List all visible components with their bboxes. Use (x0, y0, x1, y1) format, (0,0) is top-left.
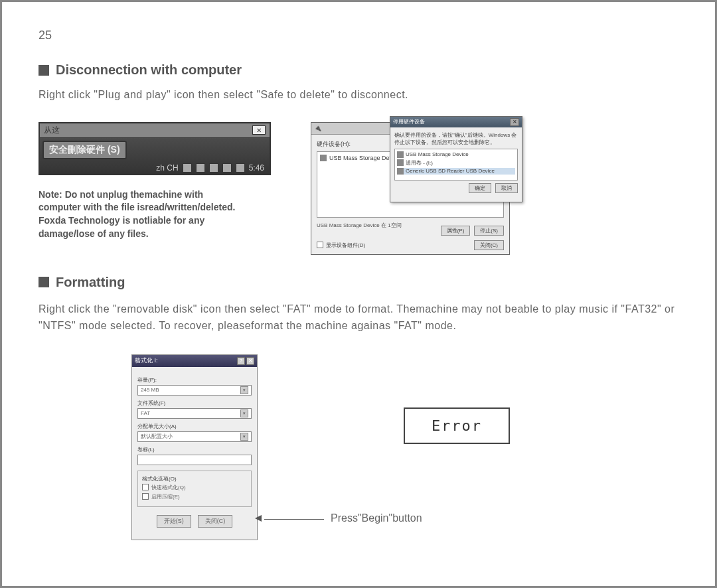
checkbox-label: 启用压缩(E) (151, 493, 180, 500)
begin-button[interactable]: 开始(S) (157, 515, 191, 528)
checkbox-icon[interactable] (317, 242, 323, 248)
figure-safe-remove-dialog: 🔌 ✕ 硬件设备(H): USB Mass Storage Device USB… (311, 122, 510, 255)
chevron-down-icon: ▾ (240, 409, 248, 417)
figure-taskbar: 从这 ✕ 安全刪除硬件 (S) zh CH 5:46 (39, 122, 271, 175)
checkbox-label: 显示设备组件(D) (326, 242, 365, 249)
device-icon (397, 159, 404, 166)
close-button[interactable]: 关闭(C) (474, 240, 504, 250)
filesystem-value: FAT (141, 410, 150, 416)
list-item[interactable]: 通用卷 - (I:) (397, 159, 515, 167)
format-dialog-body: 容量(P): 245 MB ▾ 文件系统(F) FAT ▾ 分配单元大小(A) … (132, 367, 257, 533)
filesystem-select[interactable]: FAT ▾ (137, 408, 252, 419)
show-components-checkbox[interactable]: 显示设备组件(D) (317, 242, 365, 249)
device-name: Generic USB SD Reader USB Device (406, 168, 495, 174)
arrow-head-icon (255, 515, 262, 522)
format-dialog-titlebar: 格式化 I: ? ✕ (132, 355, 257, 367)
properties-button[interactable]: 属性(P) (441, 226, 471, 236)
popup-device-list[interactable]: USB Mass Storage Device 通用卷 - (I:) Gener… (394, 149, 518, 181)
checkbox-label: 快速格式化(Q) (151, 484, 186, 491)
dialog-bottom-buttons: 属性(P) 停止(S) (441, 226, 504, 236)
list-item[interactable]: USB Mass Storage Device (397, 151, 515, 158)
popup-buttons: 确定 取消 (394, 183, 518, 193)
tray-text: zh CH (156, 163, 178, 173)
format-dialog-buttons: 开始(S) 关闭(C) (137, 515, 252, 528)
list-item[interactable]: Generic USB SD Reader USB Device (397, 168, 515, 175)
manual-page: 25 Disconnection with computer Right cli… (0, 0, 717, 588)
capacity-label: 容量(P): (137, 376, 252, 384)
press-begin-label: Press"Begin"button (331, 512, 422, 524)
device-icon (397, 151, 404, 158)
format-options-group: 格式化选项(O) 快速格式化(Q) 启用压缩(E) (137, 471, 252, 507)
section-heading-formatting: Formatting (39, 275, 678, 290)
tray-icon[interactable] (222, 163, 232, 173)
heading-text: Disconnection with computer (56, 62, 242, 78)
section-heading-disconnect: Disconnection with computer (39, 62, 678, 78)
taskbar-top: 从这 ✕ (40, 123, 270, 138)
close-icon: ✕ (252, 125, 266, 135)
page-number: 25 (39, 29, 678, 42)
device-name: 通用卷 - (I:) (406, 159, 433, 167)
chevron-down-icon: ▾ (240, 386, 248, 394)
device-icon (320, 155, 327, 161)
formatting-figures-row: 格式化 I: ? ✕ 容量(P): 245 MB ▾ 文件系统(F) FAT ▾… (131, 354, 678, 540)
volume-input[interactable] (137, 455, 252, 465)
close-icon[interactable]: ✕ (510, 118, 519, 126)
safe-remove-menu-item[interactable]: 安全刪除硬件 (S) (42, 141, 127, 159)
dialog-close-row: 关闭(C) (474, 240, 504, 250)
system-tray: zh CH 5:46 (40, 162, 270, 174)
heading-text: Formatting (56, 275, 125, 290)
tray-icon[interactable] (183, 163, 192, 173)
checkbox-icon[interactable] (142, 484, 149, 490)
checkbox-icon[interactable] (142, 493, 149, 500)
close-icon[interactable]: ✕ (246, 357, 254, 365)
device-icon (397, 168, 404, 175)
enable-compression-checkbox[interactable]: 启用压缩(E) (142, 493, 247, 500)
tray-icon[interactable] (196, 163, 205, 173)
popup-titlebar: 停用硬件设备 ✕ (390, 117, 522, 127)
stop-device-popup: 停用硬件设备 ✕ 确认要停用的设备，请按"确认"后继续。Windows 会停止以… (390, 116, 522, 202)
chevron-down-icon: ▾ (240, 433, 248, 441)
cancel-button[interactable]: 取消 (495, 183, 518, 193)
disconnect-figures-row: 从这 ✕ 安全刪除硬件 (S) zh CH 5:46 Note: Do not … (39, 122, 678, 255)
disconnect-body-text: Right click "Plug and play" icon then se… (39, 88, 678, 102)
warning-note: Note: Do not unplug themachine with comp… (39, 188, 238, 240)
error-display: Error (404, 407, 510, 444)
stop-button[interactable]: 停止(S) (474, 226, 504, 236)
tray-icon[interactable] (209, 163, 218, 173)
dialog-icon: 🔌 (314, 125, 321, 131)
quick-format-checkbox[interactable]: 快速格式化(Q) (142, 484, 247, 491)
close-button[interactable]: 关闭(C) (198, 515, 233, 528)
callout-arrow-line (264, 519, 324, 520)
alloc-label: 分配单元大小(A) (137, 423, 252, 430)
alloc-select[interactable]: 默认配置大小 ▾ (137, 431, 252, 442)
device-name: USB Mass Storage Device (406, 151, 469, 157)
filesystem-label: 文件系统(F) (137, 400, 252, 407)
ok-button[interactable]: 确定 (469, 183, 491, 193)
format-title-text: 格式化 I: (135, 356, 158, 365)
alloc-value: 默认配置大小 (141, 433, 173, 440)
square-bullet-icon (39, 277, 49, 287)
volume-label: 卷标(L) (137, 446, 252, 453)
formatting-body-text: Right click the "removable disk" icon th… (39, 301, 676, 334)
taskbar-top-label: 从这 (44, 125, 60, 136)
capacity-select[interactable]: 245 MB ▾ (137, 385, 252, 396)
popup-text: 确认要停用的设备，请按"确认"后继续。Windows 会停止以下设备。然后您可以… (394, 131, 518, 146)
right-side: Press"Begin"button Error (271, 354, 678, 444)
titlebar-buttons: ? ✕ (237, 357, 254, 365)
figure-format-dialog: 格式化 I: ? ✕ 容量(P): 245 MB ▾ 文件系统(F) FAT ▾… (131, 354, 258, 540)
popup-body: 确认要停用的设备，请按"确认"后继续。Windows 会停止以下设备。然后您可以… (390, 127, 522, 197)
options-group-label: 格式化选项(O) (142, 475, 247, 482)
square-bullet-icon (39, 65, 49, 76)
help-icon[interactable]: ? (237, 357, 245, 365)
left-column: 从这 ✕ 安全刪除硬件 (S) zh CH 5:46 Note: Do not … (39, 122, 271, 240)
tray-icon[interactable] (236, 163, 245, 173)
clock: 5:46 (249, 163, 264, 173)
capacity-value: 245 MB (141, 387, 159, 393)
popup-title-text: 停用硬件设备 (393, 118, 425, 125)
